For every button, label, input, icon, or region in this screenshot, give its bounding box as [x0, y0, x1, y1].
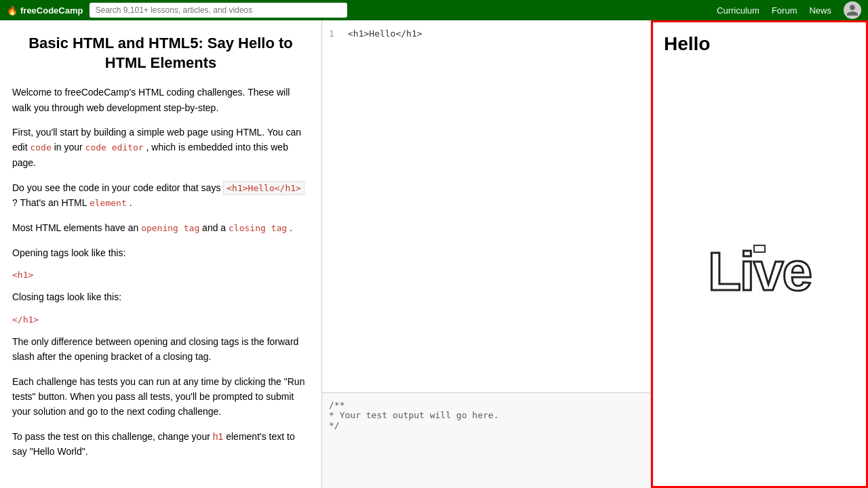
inline-code-4: element [90, 198, 127, 208]
opening-tag-example: <h1> [12, 270, 309, 280]
main-layout: Basic HTML and HTML5: Say Hello to HTML … [0, 20, 868, 488]
user-avatar[interactable] [844, 1, 861, 19]
code-editor[interactable]: 1 <h1>Hello</h1> [322, 20, 650, 393]
navbar: 🔥 freeCodeCamp Curriculum Forum News [0, 0, 868, 20]
para-3: Do you see the code in your code editor … [12, 180, 309, 211]
test-output-line-2: * Your test output will go here. [329, 410, 644, 420]
live-preview-area: Live [664, 68, 855, 475]
inline-code-2: code editor [85, 142, 144, 152]
para-4: Most HTML elements have an opening tag a… [12, 220, 309, 236]
inline-code-h1: h1 [213, 431, 224, 442]
nav-forum[interactable]: Forum [772, 5, 797, 16]
code-line-1: 1 <h1>Hello</h1> [329, 27, 644, 41]
lesson-body: Welcome to freeCodeCamp's HTML coding ch… [12, 85, 309, 459]
para-2: First, you'll start by building a simple… [12, 125, 309, 171]
search-input[interactable] [90, 3, 347, 18]
lesson-title: Basic HTML and HTML5: Say Hello to HTML … [12, 34, 309, 73]
preview-heading: Hello [664, 33, 855, 55]
inline-code-3: <h1>Hello</h1> [223, 181, 304, 195]
test-output-line-3: */ [329, 420, 644, 430]
live-logo-container: Live [708, 245, 811, 299]
left-panel: Basic HTML and HTML5: Say Hello to HTML … [0, 20, 322, 488]
nav-curriculum[interactable]: Curriculum [717, 5, 760, 16]
inline-code-5: opening tag [141, 223, 199, 233]
inline-code-1: code [30, 142, 51, 152]
code-panel: 1 <h1>Hello</h1> /** * Your test output … [322, 20, 651, 488]
live-preview-text: Live [708, 245, 811, 299]
para-9: To pass the test on this challenge, chan… [12, 429, 309, 460]
nav-news[interactable]: News [809, 5, 831, 16]
logo[interactable]: 🔥 freeCodeCamp [7, 5, 83, 16]
logo-text: freeCodeCamp [20, 5, 83, 16]
preview-panel: Hello Live [651, 20, 868, 488]
para-8: Each challenge has tests you can run at … [12, 374, 309, 420]
para-5: Opening tags look like this: [12, 245, 309, 260]
para-6: Closing tags look like this: [12, 289, 309, 304]
para-1: Welcome to freeCodeCamp's HTML coding ch… [12, 85, 309, 115]
line-code-1: <h1>Hello</h1> [348, 27, 422, 41]
test-output-panel: /** * Your test output will go here. */ [322, 393, 650, 488]
para-7: The only difference between opening and … [12, 334, 309, 365]
logo-flame-icon: 🔥 [7, 5, 18, 16]
line-number-1: 1 [329, 27, 340, 41]
closing-tag-example: </h1> [12, 314, 309, 325]
inline-code-6: closing tag [229, 223, 287, 233]
test-output-line-1: /** [329, 400, 644, 410]
nav-links: Curriculum Forum News [717, 1, 861, 19]
